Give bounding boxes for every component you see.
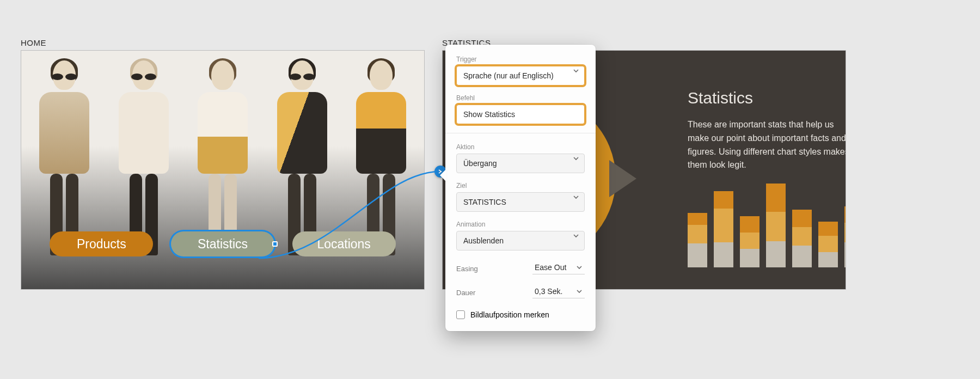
target-select[interactable]: STATISTICS (456, 192, 585, 212)
easing-value: Ease Out (535, 263, 566, 272)
command-input[interactable]: Show Statistics (456, 105, 585, 124)
locations-button[interactable]: Locations (292, 231, 396, 256)
products-button[interactable]: Products (50, 231, 153, 256)
action-value: Übergang (463, 159, 497, 168)
home-artboard-label: HOME (21, 38, 46, 47)
easing-label: Easing (456, 265, 478, 273)
home-artboard: Products Statistics Locations (21, 50, 425, 290)
duration-label: Dauer (456, 289, 475, 297)
bar (792, 210, 812, 267)
animation-value: Ausblenden (463, 236, 504, 245)
bar (688, 213, 707, 267)
easing-select[interactable]: Ease Out (532, 263, 585, 274)
animation-select[interactable]: Ausblenden (456, 231, 585, 250)
bar (766, 184, 786, 267)
statistics-button[interactable]: Statistics (171, 231, 274, 256)
bar (844, 206, 846, 267)
target-label: Ziel (456, 182, 585, 190)
pie-arrow-icon (609, 160, 636, 197)
scroll-position-label: Bildlaufposition merken (470, 310, 549, 319)
duration-value: 0,3 Sek. (535, 287, 562, 296)
trigger-select[interactable]: Sprache (nur auf Englisch) (456, 66, 585, 85)
target-value: STATISTICS (463, 198, 506, 206)
chevron-down-icon (573, 68, 579, 74)
trigger-value: Sprache (nur auf Englisch) (463, 71, 554, 80)
chevron-down-icon (573, 194, 579, 200)
panel-pointer-icon (440, 169, 446, 182)
bar-chart (688, 175, 846, 267)
statistics-button-label: Statistics (198, 237, 248, 252)
interaction-panel: Trigger Sprache (nur auf Englisch) Befeh… (445, 45, 596, 331)
chevron-down-icon (573, 233, 579, 239)
chevron-down-icon (576, 288, 583, 295)
scroll-position-checkbox[interactable] (456, 310, 465, 319)
panel-divider (445, 133, 596, 133)
action-select[interactable]: Übergang (456, 154, 585, 173)
chevron-down-icon (573, 155, 579, 162)
trigger-label: Trigger (456, 56, 585, 63)
selection-handle[interactable] (272, 241, 278, 247)
bar (818, 222, 838, 267)
animation-label: Animation (456, 221, 585, 228)
chevron-down-icon (576, 264, 583, 271)
bar (740, 216, 759, 267)
statistics-heading: Statistics (688, 89, 846, 107)
action-label: Aktion (456, 143, 585, 151)
home-button-row: Products Statistics Locations (21, 231, 424, 256)
duration-select[interactable]: 0,3 Sek. (532, 287, 585, 298)
command-label: Befehl (456, 94, 585, 102)
statistics-body: These are important stats that help us m… (688, 118, 846, 172)
bar (714, 191, 733, 267)
command-value: Show Statistics (463, 110, 515, 119)
